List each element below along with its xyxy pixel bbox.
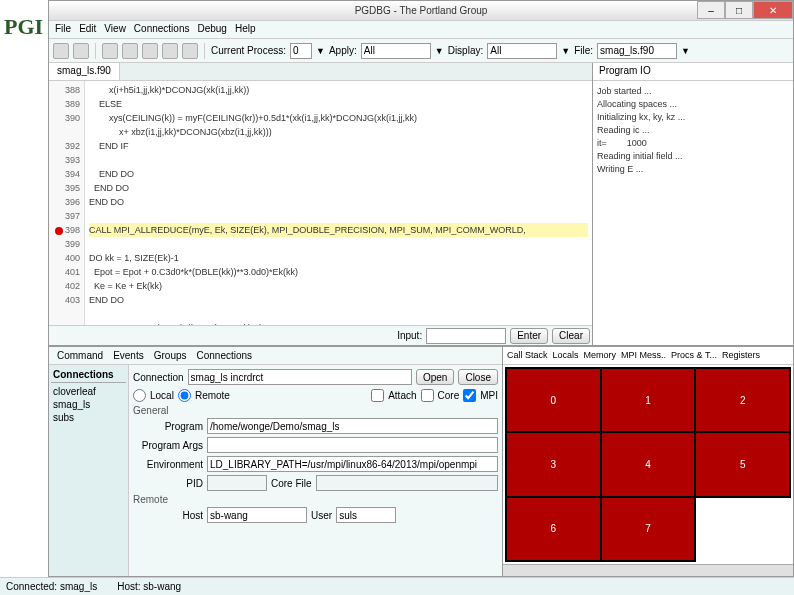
maximize-button[interactable]: □ <box>725 1 753 19</box>
connection-label: Connection <box>133 372 184 383</box>
menu-view[interactable]: View <box>104 23 126 36</box>
connections-panel: Command Events Groups Connections Connec… <box>49 347 503 576</box>
tab-mpimess[interactable]: MPI Mess.. <box>619 349 668 362</box>
stop-icon[interactable] <box>73 43 89 59</box>
step-into-icon[interactable] <box>122 43 138 59</box>
output-tab[interactable]: Program IO <box>593 63 793 81</box>
window-title: PGDBG - The Portland Group <box>355 5 488 16</box>
menu-connections[interactable]: Connections <box>134 23 190 36</box>
mpi-checkbox[interactable] <box>463 389 476 402</box>
current-process-input[interactable] <box>290 43 312 59</box>
proc-cell[interactable]: 1 <box>601 368 696 432</box>
connections-header: Connections <box>51 367 126 383</box>
attach-checkbox[interactable] <box>371 389 384 402</box>
tab-procs[interactable]: Procs & T... <box>669 349 719 362</box>
step-over-icon[interactable] <box>102 43 118 59</box>
remote-radio[interactable] <box>178 389 191 402</box>
proc-cell[interactable]: 0 <box>506 368 601 432</box>
env-input[interactable] <box>207 456 498 472</box>
code-area[interactable]: 3883893903923933943953963973983994004014… <box>49 81 592 325</box>
pgi-logo: PGI <box>4 14 43 40</box>
core-label: Core <box>438 390 460 401</box>
tab-locals[interactable]: Locals <box>551 349 581 362</box>
pid-label: PID <box>133 478 203 489</box>
local-label: Local <box>150 390 174 401</box>
proc-cell[interactable]: 4 <box>601 432 696 496</box>
corefile-input <box>316 475 498 491</box>
horizontal-scrollbar[interactable] <box>503 564 793 576</box>
core-checkbox[interactable] <box>421 389 434 402</box>
conn-item[interactable]: cloverleaf <box>51 385 126 398</box>
apply-label: Apply: <box>329 45 357 56</box>
main-window: PGDBG - The Portland Group – □ ✕ File Ed… <box>48 0 794 577</box>
program-input[interactable] <box>207 418 498 434</box>
file-label: File: <box>574 45 593 56</box>
procs-panel: Call Stack Locals Memory MPI Mess.. Proc… <box>503 347 793 576</box>
conn-item[interactable]: smag_ls <box>51 398 126 411</box>
connection-list: Connections cloverleaf smag_ls subs <box>49 365 129 576</box>
menu-debug[interactable]: Debug <box>197 23 226 36</box>
toolbar: Current Process: ▼ Apply: ▼ Display: ▼ F… <box>49 39 793 63</box>
run-icon[interactable] <box>53 43 69 59</box>
code-tab[interactable]: smag_ls.f90 <box>49 63 120 80</box>
statusbar: Connected: smag_ls Host: sb-wang <box>0 577 794 595</box>
args-input[interactable] <box>207 437 498 453</box>
open-button[interactable]: Open <box>416 369 454 385</box>
close-conn-button[interactable]: Close <box>458 369 498 385</box>
menubar: File Edit View Connections Debug Help <box>49 21 793 39</box>
local-radio[interactable] <box>133 389 146 402</box>
input-label: Input: <box>397 330 422 341</box>
menu-edit[interactable]: Edit <box>79 23 96 36</box>
host-input[interactable] <box>207 507 307 523</box>
proc-cell[interactable]: 7 <box>601 497 696 561</box>
tab-events[interactable]: Events <box>109 349 148 362</box>
clear-button[interactable]: Clear <box>552 328 590 344</box>
corefile-label: Core File <box>271 478 312 489</box>
tab-memory[interactable]: Memory <box>582 349 619 362</box>
apply-select[interactable] <box>361 43 431 59</box>
tab-groups[interactable]: Groups <box>150 349 191 362</box>
enter-button[interactable]: Enter <box>510 328 548 344</box>
proc-cell[interactable]: 2 <box>695 368 790 432</box>
status-host: Host: sb-wang <box>117 581 181 592</box>
output-body: Job started ...Allocating spaces ...Init… <box>593 81 793 345</box>
program-label: Program <box>133 421 203 432</box>
attach-label: Attach <box>388 390 416 401</box>
connection-form: Connection Open Close Local Remote Attac… <box>129 365 502 576</box>
connection-name-input[interactable] <box>188 369 412 385</box>
stdin-input[interactable] <box>426 328 506 344</box>
status-connected: Connected: smag_ls <box>6 581 97 592</box>
close-button[interactable]: ✕ <box>753 1 793 19</box>
code-lines: x(i+h5i1,jj,kk)*DCONJG(xk(i1,jj,kk)) ELS… <box>85 81 592 325</box>
file-select[interactable] <box>597 43 677 59</box>
proc-empty <box>695 497 790 561</box>
tab-callstack[interactable]: Call Stack <box>505 349 550 362</box>
line-gutter: 3883893903923933943953963973983994004014… <box>49 81 85 325</box>
display-label: Display: <box>448 45 484 56</box>
menu-help[interactable]: Help <box>235 23 256 36</box>
process-grid: 0 1 2 3 4 5 6 7 <box>503 365 793 564</box>
pause-icon[interactable] <box>182 43 198 59</box>
user-label: User <box>311 510 332 521</box>
continue-icon[interactable] <box>162 43 178 59</box>
proc-cell[interactable]: 5 <box>695 432 790 496</box>
general-section: General <box>133 405 498 416</box>
titlebar: PGDBG - The Portland Group – □ ✕ <box>49 1 793 21</box>
minimize-button[interactable]: – <box>697 1 725 19</box>
pid-input <box>207 475 267 491</box>
display-select[interactable] <box>487 43 557 59</box>
env-label: Environment <box>133 459 203 470</box>
step-out-icon[interactable] <box>142 43 158 59</box>
proc-cell[interactable]: 6 <box>506 497 601 561</box>
current-process-label: Current Process: <box>211 45 286 56</box>
tab-command[interactable]: Command <box>53 349 107 362</box>
tab-connections[interactable]: Connections <box>193 349 257 362</box>
host-label: Host <box>133 510 203 521</box>
proc-cell[interactable]: 3 <box>506 432 601 496</box>
user-input[interactable] <box>336 507 396 523</box>
remote-label: Remote <box>195 390 230 401</box>
tab-registers[interactable]: Registers <box>720 349 762 362</box>
conn-item[interactable]: subs <box>51 411 126 424</box>
menu-file[interactable]: File <box>55 23 71 36</box>
mpi-label: MPI <box>480 390 498 401</box>
